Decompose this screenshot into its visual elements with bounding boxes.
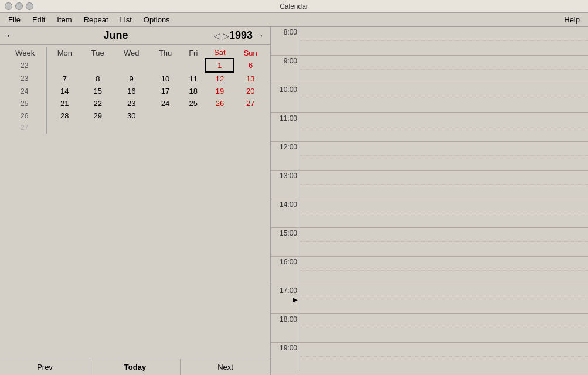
- calendar-day[interactable]: 12: [205, 72, 234, 85]
- menu-item[interactable]: Item: [51, 14, 77, 25]
- menu-help[interactable]: Help: [558, 14, 586, 25]
- close-button[interactable]: [5, 2, 12, 10]
- calendar-grid-wrapper: Week Mon Tue Wed Thu Fri Sat Sun 2216237…: [0, 45, 270, 359]
- menu-edit[interactable]: Edit: [26, 14, 51, 25]
- time-slot[interactable]: [300, 27, 588, 41]
- next-year-button[interactable]: ▷: [223, 31, 229, 40]
- calendar-day[interactable]: 24: [149, 97, 181, 110]
- window-title: Calendar: [280, 2, 308, 11]
- time-row: 11:00: [271, 113, 588, 142]
- time-slot[interactable]: [300, 213, 588, 227]
- time-slot[interactable]: [300, 271, 588, 285]
- calendar-day: [205, 110, 234, 122]
- time-slot[interactable]: [300, 299, 588, 313]
- menu-list[interactable]: List: [114, 14, 138, 25]
- menu-bar-left: File Edit Item Repeat List Options: [2, 14, 558, 25]
- calendar-day[interactable]: 9: [113, 72, 149, 85]
- prev-year-button[interactable]: ◁: [214, 31, 220, 40]
- time-slot[interactable]: [300, 171, 588, 185]
- time-slot[interactable]: [300, 70, 588, 84]
- time-grid-scroll[interactable]: 8:009:0010:0011:0012:0013:0014:0015:0016…: [271, 27, 588, 375]
- time-slot[interactable]: [300, 113, 588, 127]
- calendar-day[interactable]: 16: [113, 85, 149, 97]
- time-row: 10:00: [271, 84, 588, 113]
- calendar-day[interactable]: 15: [82, 85, 113, 97]
- time-slot[interactable]: [300, 98, 588, 112]
- time-slot[interactable]: [300, 56, 588, 70]
- time-slot[interactable]: [300, 199, 588, 213]
- time-slot[interactable]: [300, 328, 588, 342]
- time-row: 14:00: [271, 199, 588, 228]
- time-content[interactable]: [300, 113, 588, 141]
- calendar-day[interactable]: 23: [113, 97, 149, 110]
- calendar-day[interactable]: 6: [234, 59, 267, 72]
- calendar-day[interactable]: 8: [82, 72, 113, 85]
- minimize-button[interactable]: [15, 2, 23, 10]
- time-content[interactable]: [300, 84, 588, 112]
- time-slot[interactable]: [300, 257, 588, 271]
- calendar-day[interactable]: 25: [181, 97, 205, 110]
- day-header-thu: Thu: [149, 47, 181, 59]
- time-content[interactable]: [300, 199, 588, 227]
- time-content[interactable]: [300, 56, 588, 84]
- calendar-day[interactable]: 28: [47, 110, 82, 122]
- calendar-day[interactable]: 1: [205, 59, 234, 72]
- next-button[interactable]: Next: [181, 359, 270, 375]
- time-grid-panel: 8:009:0010:0011:0012:0013:0014:0015:0016…: [271, 27, 588, 375]
- time-slot[interactable]: [300, 242, 588, 256]
- time-content[interactable]: [300, 257, 588, 285]
- time-slot[interactable]: [300, 228, 588, 242]
- time-content[interactable]: [300, 343, 588, 371]
- time-slot[interactable]: [300, 285, 588, 299]
- time-label: 18:00: [271, 314, 300, 342]
- time-label: 13:00: [271, 171, 300, 199]
- time-slot[interactable]: [300, 142, 588, 156]
- calendar-day[interactable]: 14: [47, 85, 82, 97]
- calendar-day[interactable]: 22: [82, 97, 113, 110]
- time-slot[interactable]: [300, 41, 588, 55]
- calendar-day[interactable]: 17: [149, 85, 181, 97]
- calendar-day[interactable]: 18: [181, 85, 205, 97]
- menu-repeat[interactable]: Repeat: [78, 14, 114, 25]
- time-slot[interactable]: [300, 357, 588, 371]
- maximize-button[interactable]: [26, 2, 33, 10]
- time-content[interactable]: [300, 171, 588, 199]
- time-slot[interactable]: [300, 185, 588, 199]
- menu-options[interactable]: Options: [138, 14, 176, 25]
- prev-month-button[interactable]: ←: [4, 30, 18, 41]
- time-slot[interactable]: [300, 127, 588, 141]
- prev-button[interactable]: Prev: [0, 359, 90, 375]
- calendar-day[interactable]: 19: [205, 85, 234, 97]
- calendar-day[interactable]: 30: [113, 110, 149, 122]
- calendar-day[interactable]: 13: [234, 72, 267, 85]
- calendar-day[interactable]: 29: [82, 110, 113, 122]
- menu-file[interactable]: File: [2, 14, 26, 25]
- time-label: 19:00: [271, 343, 300, 371]
- week-number: 22: [4, 59, 47, 72]
- time-content[interactable]: [300, 285, 588, 313]
- week-number: 26: [4, 110, 47, 122]
- time-slot[interactable]: [300, 84, 588, 98]
- next-month-button[interactable]: →: [253, 30, 267, 41]
- time-slot[interactable]: [300, 156, 588, 170]
- calendar-day[interactable]: 20: [234, 85, 267, 97]
- calendar-day: [149, 122, 181, 134]
- calendar-day[interactable]: 27: [234, 97, 267, 110]
- time-content[interactable]: [300, 314, 588, 342]
- time-content[interactable]: [300, 142, 588, 170]
- week-number: 24: [4, 85, 47, 97]
- calendar-day[interactable]: 11: [181, 72, 205, 85]
- time-row: 17:00▶: [271, 285, 588, 314]
- time-content[interactable]: [300, 228, 588, 256]
- time-slot[interactable]: [300, 343, 588, 357]
- day-header-mon: Mon: [47, 47, 82, 59]
- time-content[interactable]: [300, 27, 588, 55]
- time-slot[interactable]: [300, 314, 588, 328]
- time-row: 18:00: [271, 314, 588, 343]
- calendar-day[interactable]: 21: [47, 97, 82, 110]
- calendar-day[interactable]: 26: [205, 97, 234, 110]
- calendar-day[interactable]: 7: [47, 72, 82, 85]
- calendar-day[interactable]: 10: [149, 72, 181, 85]
- today-button[interactable]: Today: [90, 359, 181, 375]
- calendar-day: [82, 122, 113, 134]
